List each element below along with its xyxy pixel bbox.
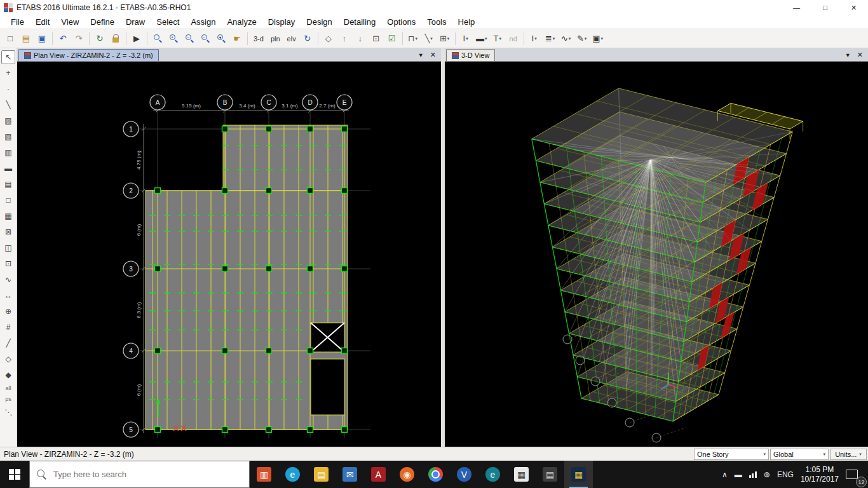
minimize-button[interactable]: — [782,0,811,15]
menu-help[interactable]: Help [452,16,481,28]
menu-tools[interactable]: Tools [421,16,452,28]
start-button[interactable] [0,461,29,488]
taskbar-app-edge[interactable]: e [278,461,307,488]
draw-tendon-tool[interactable]: ∿ [1,273,15,287]
view-3d-canvas[interactable] [445,62,868,447]
pen-style-button[interactable]: ✎▾ [574,31,590,46]
coordinate-system-select[interactable]: Global ▾ [770,449,829,460]
snap-settings-tool[interactable]: ⋱ [1,405,15,419]
restore-button[interactable]: □ [811,0,839,15]
quick-draw-wall-tool[interactable]: ▤ [1,177,15,191]
previous-zoom-button[interactable]: ◂ [214,31,229,46]
draw-grid-tool[interactable]: # [1,320,15,334]
snap-to-points-toggle[interactable]: ◇ [1,352,15,366]
menu-options[interactable]: Options [381,16,421,28]
menu-assign[interactable]: Assign [185,16,221,28]
assign-frame-button[interactable]: ╲▾ [421,31,437,46]
menu-define[interactable]: Define [85,16,120,28]
taskbar-app-file-explorer[interactable]: ▤ [307,461,336,488]
taskbar-app-analysis[interactable]: ▤ [536,461,564,488]
view-3d-button[interactable]: 3-d [250,31,267,46]
globe-icon[interactable]: ⊕ [764,470,770,479]
quick-draw-floor-tool[interactable]: ▦ [1,209,15,223]
language-indicator[interactable]: ENG [777,470,794,479]
new-model-button[interactable]: □ [3,31,18,46]
reshape-object-tool[interactable]: + [1,66,15,80]
signal-icon[interactable] [749,471,757,478]
plan-view-button[interactable]: pln [268,31,283,46]
draw-wall-tool[interactable]: ▬ [1,161,15,175]
quick-draw-braces-tool[interactable]: ▧ [1,130,15,144]
taskbar-app-spreadsheet[interactable]: ▦ [507,461,536,488]
draw-null-area-tool[interactable]: ⊠ [1,225,15,239]
measure-tool[interactable]: ╱ [1,336,15,350]
menu-display[interactable]: Display [262,16,301,28]
tab-3d-view[interactable]: 3-D View [446,49,495,61]
redo-button[interactable]: ↷ [71,31,86,46]
zoom-out-button[interactable]: − [182,31,197,46]
menu-analyze[interactable]: Analyze [221,16,262,28]
set-display-options-button[interactable]: ☑ [384,31,400,46]
pan-button[interactable]: ☛ [229,31,245,46]
move-down-in-list-button[interactable]: ↓ [353,31,368,46]
restore-full-view-button[interactable]: ▫ [198,31,213,46]
taskbar-search[interactable] [29,461,250,488]
select-all-label[interactable]: all [5,384,11,393]
menu-detailing[interactable]: Detailing [338,16,382,28]
zoom-in-button[interactable]: + [166,31,181,46]
view-3d-close-icon[interactable]: ✕ [857,51,863,59]
save-model-button[interactable]: ▣ [34,31,50,46]
draw-joint-tool[interactable]: ∙ [1,82,15,96]
draw-dimension-tool[interactable]: ↔ [1,288,15,302]
open-model-button[interactable]: ▤ [18,31,34,46]
draw-link-tool[interactable]: ⊡ [1,257,15,271]
taskbar-app-visual-studio[interactable]: V [450,461,478,488]
display-icon[interactable]: ▬ [735,470,742,479]
action-center-icon[interactable] [846,470,858,479]
menu-draw[interactable]: Draw [120,16,151,28]
menu-view[interactable]: View [55,16,85,28]
detailing-button[interactable]: ≣▾ [543,31,558,46]
tendon-property-button[interactable]: T▾ [490,31,505,46]
taskbar-app-mail[interactable]: ✉ [336,461,364,488]
object-shrink-toggle-button[interactable]: ⊡ [369,31,384,46]
rubber-band-zoom-button[interactable] [150,31,165,46]
draw-line-type-button[interactable]: ∿▾ [559,31,574,46]
refresh-window-button[interactable]: ↻ [92,31,107,46]
draw-wall-stack-tool[interactable]: ◫ [1,241,15,255]
assign-shell-button[interactable]: ⊞▾ [437,31,452,46]
tab-plan-view[interactable]: Plan View - ZIRZAMIN-2 - Z = -3.2 (m) [18,49,159,61]
undo-button[interactable]: ↶ [55,31,71,46]
ps-label[interactable]: ps [5,395,11,403]
display-style-button[interactable]: ▣▾ [590,31,606,46]
select-pointer-tool[interactable]: ↖ [1,50,15,64]
lock-model-button[interactable] [108,31,123,46]
story-range-select[interactable]: One Story ▾ [694,449,769,460]
quick-draw-secondary-beams-tool[interactable]: ▥ [1,146,15,159]
frame-property-button[interactable]: I▾ [458,31,473,46]
menu-design[interactable]: Design [301,16,337,28]
assign-joint-button[interactable]: ⊓▾ [405,31,421,46]
snap-to-lines-toggle[interactable]: ◆ [1,368,15,382]
elevation-view-button[interactable]: elv [284,31,299,46]
rotate-3d-view-button[interactable]: ↻ [300,31,315,46]
section-designer-button[interactable]: I▾ [527,31,542,46]
taskbar-app-chrome[interactable] [421,461,450,488]
chevron-up-icon[interactable]: ∧ [722,470,728,479]
units-button[interactable]: Units... ▾ [830,449,867,460]
taskbar-app-firefox[interactable]: ◉ [393,461,421,488]
taskbar-app-store[interactable]: ▥ [250,461,278,488]
plan-view-close-icon[interactable]: ✕ [430,51,436,59]
taskbar-app-etabs[interactable]: ▦ [564,461,593,488]
quick-draw-frame-tool[interactable]: ▨ [1,114,15,128]
taskbar-clock[interactable]: 1:05 PM 10/17/2017 [801,465,839,484]
run-analysis-button[interactable]: ▶ [129,31,144,46]
menu-file[interactable]: File [5,16,30,28]
draw-reference-point-tool[interactable]: ⊕ [1,304,15,318]
plan-view-dropdown-icon[interactable]: ▼ [418,52,424,58]
wall-property-button[interactable]: ▬▾ [474,31,489,46]
search-input[interactable] [52,469,242,480]
draw-floor-tool[interactable]: □ [1,193,15,207]
notification-badge[interactable]: 12 [856,477,867,487]
taskbar-app-edge-dev[interactable]: e [478,461,507,488]
